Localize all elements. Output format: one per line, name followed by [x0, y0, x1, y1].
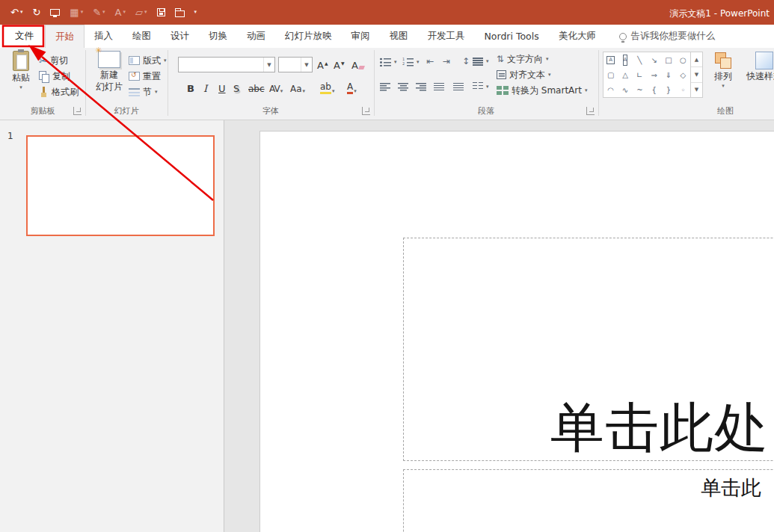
section-button[interactable]: 节 ▾ [129, 84, 158, 99]
tab-nordri-tools[interactable]: Nordri Tools [475, 25, 549, 48]
undo-icon[interactable]: ↶▾ [10, 7, 22, 17]
font-color-button[interactable]: A▾ [347, 81, 357, 94]
shape-rounded-rectangle-icon[interactable]: ▢ [603, 67, 618, 82]
shape-curve-icon[interactable]: ∿ [618, 82, 632, 97]
tab-draw[interactable]: 绘图 [123, 25, 161, 48]
strikethrough-button[interactable]: abc [248, 81, 265, 94]
textbox-glyph: A [606, 56, 615, 64]
character-spacing-button[interactable]: AV▾ [269, 81, 282, 94]
paragraph-dialog-launcher[interactable] [586, 107, 595, 115]
shape-vertical-textbox-icon[interactable]: A [618, 52, 632, 67]
align-text-label: 对齐文本 [509, 69, 545, 81]
shape-elbow-connector-icon[interactable]: ∟ [633, 67, 647, 82]
justify-button[interactable] [434, 79, 444, 94]
tab-file[interactable]: 文件 [4, 25, 45, 48]
paste-button[interactable]: 粘贴 ▾ [6, 51, 36, 90]
layout-button[interactable]: 版式 ▾ [129, 53, 167, 68]
shape-oval-icon[interactable]: ○ [676, 52, 690, 67]
tab-insert[interactable]: 插入 [85, 25, 123, 48]
justify-icon [434, 83, 444, 91]
font-dialog-launcher[interactable] [362, 107, 370, 115]
tab-developer[interactable]: 开发工具 [418, 25, 475, 48]
combo-arrow-icon[interactable]: ▼ [301, 58, 312, 72]
line-spacing-button[interactable]: ↕▾ [462, 54, 489, 69]
tab-view[interactable]: 视图 [380, 25, 418, 48]
convert-smartart-button[interactable]: 转换为 SmartArt▾ [497, 83, 587, 98]
columns-button[interactable]: ▾ [473, 79, 489, 94]
text-highlight-button[interactable]: ab▾ [320, 81, 335, 94]
redo-icon[interactable]: ↻ [32, 7, 40, 17]
shape-line-icon[interactable]: ╲ [633, 52, 647, 67]
layout-icon [129, 56, 140, 65]
tab-review[interactable]: 审阅 [342, 25, 380, 48]
title-placeholder[interactable]: 单击此处 [403, 238, 774, 461]
decrease-font-button[interactable]: A▼ [334, 58, 345, 71]
dropdown-arrow: ▾ [194, 10, 197, 15]
gallery-scroll-up-icon[interactable]: ▲ [691, 52, 702, 66]
cut-button[interactable]: ✂ 剪切 [39, 53, 68, 68]
text-shadow-button[interactable]: S [233, 81, 239, 94]
shape-freeform-icon[interactable]: ◦ [676, 82, 690, 97]
tab-design[interactable]: 设计 [161, 25, 199, 48]
shape-scribble-icon[interactable]: ~ [633, 82, 647, 97]
italic-button[interactable]: I [203, 81, 207, 94]
align-right-button[interactable] [416, 79, 426, 94]
shape-diamond-icon[interactable]: ◇ [676, 67, 690, 82]
tab-transitions[interactable]: 切换 [199, 25, 237, 48]
increase-font-button[interactable]: A▲ [317, 58, 328, 71]
open-folder-icon[interactable] [175, 8, 185, 17]
bullets-button[interactable]: ▾ [380, 55, 397, 69]
combo-arrow-icon[interactable]: ▼ [263, 58, 274, 72]
distribute-button[interactable] [453, 79, 464, 94]
clipboard-dialog-launcher[interactable] [73, 107, 82, 115]
shape-rectangle-icon[interactable]: □ [661, 52, 675, 67]
numbering-button[interactable]: ▾ [402, 55, 420, 69]
subtitle-placeholder[interactable]: 单击此 [403, 469, 774, 532]
shape-left-brace-icon[interactable]: { [647, 82, 661, 97]
shape-triangle-icon[interactable]: △ [618, 67, 632, 82]
dropdown-arrow: ▾ [164, 58, 167, 64]
dropdown-arrow: ▾ [155, 89, 158, 95]
format-painter-button[interactable]: 格式刷 [39, 84, 79, 99]
align-left-button[interactable] [380, 79, 390, 94]
shape-arc-icon[interactable]: ◠ [603, 82, 618, 97]
pen-icon[interactable]: ✎▾ [93, 7, 105, 17]
tab-meihua-dashi[interactable]: 美化大师 [549, 25, 606, 48]
arrange-button[interactable]: 排列 ▾ [709, 52, 737, 89]
copy-button[interactable]: 复制 [39, 69, 70, 84]
font-color-icon[interactable]: A▾ [115, 7, 126, 17]
font-size-combo[interactable]: ▼ [278, 57, 313, 72]
shape-right-brace-icon[interactable]: } [661, 82, 675, 97]
table-pen-icon[interactable]: ▦▾ [70, 7, 83, 17]
reset-button[interactable]: 重置 [129, 69, 161, 84]
gallery-more-icon[interactable]: ▼ [691, 82, 702, 97]
underline-button[interactable]: U [218, 81, 226, 94]
increase-indent-button[interactable]: ⇥ [443, 54, 450, 69]
new-slide-button[interactable]: 新建 幻灯片 [91, 51, 127, 92]
font-name-combo[interactable]: ▼ [178, 57, 275, 72]
customize-qat-icon[interactable]: ▾ [194, 10, 197, 15]
tab-animations[interactable]: 动画 [237, 25, 275, 48]
quick-styles-button[interactable]: 快速样式 [743, 52, 774, 81]
slide-editing-area[interactable]: 单击此处 单击此 [259, 131, 774, 532]
clear-formatting-button[interactable]: A [351, 58, 364, 71]
quick-styles-icon [755, 52, 773, 69]
shape-down-arrow-icon[interactable]: ⇓ [661, 67, 675, 82]
shape-right-arrow-icon[interactable]: ⇒ [647, 67, 661, 82]
shape-textbox-icon[interactable]: A [603, 52, 618, 67]
align-center-button[interactable] [398, 79, 408, 94]
start-slideshow-icon[interactable] [50, 9, 60, 16]
change-case-button[interactable]: Aa▾ [290, 81, 305, 94]
tab-home[interactable]: 开始 [45, 25, 85, 48]
gallery-scroll-down-icon[interactable]: ▼ [691, 66, 702, 81]
save-icon[interactable] [157, 8, 165, 16]
tab-slideshow[interactable]: 幻灯片放映 [275, 25, 342, 48]
bold-button[interactable]: B [187, 81, 194, 94]
shape-arrow-line-icon[interactable]: ↘ [647, 52, 661, 67]
decrease-indent-button[interactable]: ⇤ [426, 54, 434, 69]
shape-pen-icon[interactable]: ▱▾ [135, 7, 147, 17]
tell-me-box[interactable]: 告诉我你想要做什么 [612, 25, 723, 48]
text-direction-button[interactable]: ⇅文字方向▾ [497, 52, 549, 66]
align-text-button[interactable]: 对齐文本▾ [497, 67, 551, 82]
slide-thumbnail-1[interactable] [26, 135, 215, 236]
